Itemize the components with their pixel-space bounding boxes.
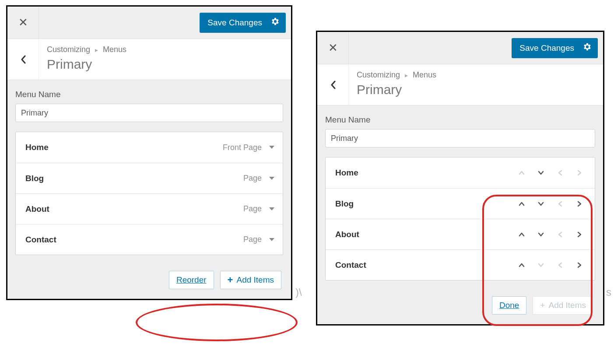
reorder-controls (514, 197, 587, 210)
stray-text: s (606, 286, 611, 298)
menu-item-label: Home (335, 168, 358, 178)
breadcrumb: Customizing ▸ Menus (357, 70, 436, 80)
add-items-button[interactable]: + Add Items (220, 271, 281, 289)
menu-items-list: HomeBlogAboutContact (325, 157, 595, 280)
move-up-button (514, 166, 529, 179)
menu-item-label: Blog (25, 174, 44, 183)
menu-item-label: Contact (25, 235, 56, 245)
menu-name-input[interactable] (325, 129, 595, 147)
move-down-button[interactable] (533, 166, 548, 179)
reorder-controls (514, 228, 587, 241)
menu-item: Blog (326, 188, 595, 219)
customizer-panel-left: ✕ Save Changes Customizing ▸ Menus (6, 5, 292, 300)
panel-footer: Reorder + Add Items (7, 265, 291, 299)
menu-name-input[interactable] (15, 104, 283, 122)
move-left-button (553, 166, 568, 179)
back-button[interactable] (317, 64, 349, 105)
menu-item[interactable]: BlogPage (16, 163, 283, 193)
menu-items-list: HomeFront PageBlogPageAboutPageContactPa… (15, 132, 283, 255)
move-up-button[interactable] (514, 228, 529, 241)
gear-icon[interactable] (582, 42, 592, 54)
move-left-button (553, 197, 568, 210)
top-bar: ✕ Save Changes (7, 7, 291, 39)
plus-icon: + (228, 274, 233, 286)
move-right-button[interactable] (572, 228, 587, 241)
menu-item[interactable]: AboutPage (16, 193, 283, 224)
breadcrumb-bar: Customizing ▸ Menus Primary (7, 39, 291, 80)
move-up-button[interactable] (514, 259, 529, 272)
done-button[interactable]: Done (492, 296, 526, 315)
breadcrumb-bar: Customizing ▸ Menus Primary (317, 64, 603, 105)
back-button[interactable] (7, 39, 39, 80)
save-changes-button[interactable]: Save Changes (200, 13, 286, 33)
stray-text: )\ (295, 286, 302, 298)
reorder-controls (514, 166, 587, 179)
chevron-down-icon[interactable] (269, 175, 275, 182)
move-left-button (553, 259, 568, 272)
menu-item-type: Page (243, 235, 262, 244)
menu-item: Home (326, 158, 595, 188)
move-right-button[interactable] (572, 259, 587, 272)
menu-item-type: Front Page (223, 143, 262, 152)
move-down-button (533, 259, 548, 272)
menu-item-type: Page (243, 204, 262, 214)
chevron-down-icon[interactable] (269, 205, 275, 213)
page-title: Primary (357, 82, 436, 97)
chevron-right-icon: ▸ (95, 46, 98, 53)
reorder-controls (514, 259, 587, 272)
chevron-down-icon[interactable] (269, 236, 275, 244)
menu-item-label: Blog (335, 199, 354, 209)
move-down-button[interactable] (533, 228, 548, 241)
close-button[interactable]: ✕ (7, 7, 39, 38)
close-button[interactable]: ✕ (317, 32, 349, 64)
save-changes-label: Save Changes (519, 43, 574, 53)
annotation-ellipse (136, 304, 298, 341)
gear-icon[interactable] (270, 17, 280, 28)
menu-name-label: Menu Name (325, 115, 595, 125)
menu-name-section: Menu Name HomeBlogAboutContact (317, 105, 603, 290)
save-changes-button[interactable]: Save Changes (512, 38, 598, 58)
top-bar: ✕ Save Changes (317, 32, 603, 64)
menu-item-label: Home (25, 143, 49, 152)
move-right-button[interactable] (572, 197, 587, 210)
move-left-button (553, 228, 568, 241)
customizer-panel-right: ✕ Save Changes Customizing ▸ Menus (316, 31, 604, 326)
page-title: Primary (47, 57, 126, 72)
panel-footer: Done + Add Items (317, 290, 603, 324)
menu-item-label: About (25, 204, 49, 214)
menu-item-label: Contact (335, 260, 366, 270)
chevron-right-icon: ▸ (405, 72, 408, 79)
move-up-button[interactable] (514, 197, 529, 210)
menu-item: About (326, 219, 595, 249)
menu-item: Contact (326, 249, 595, 280)
menu-item-label: About (335, 230, 359, 239)
menu-item[interactable]: HomeFront Page (16, 132, 283, 163)
menu-name-label: Menu Name (15, 90, 283, 99)
menu-item[interactable]: ContactPage (16, 224, 283, 255)
breadcrumb: Customizing ▸ Menus (47, 45, 126, 54)
reorder-button[interactable]: Reorder (169, 271, 214, 289)
chevron-down-icon[interactable] (269, 144, 275, 151)
add-items-button-disabled: + Add Items (533, 296, 593, 315)
menu-name-section: Menu Name HomeFront PageBlogPageAboutPag… (7, 80, 291, 265)
move-right-button (572, 166, 587, 179)
menu-item-type: Page (243, 174, 262, 183)
save-changes-label: Save Changes (207, 18, 262, 28)
move-down-button[interactable] (533, 197, 548, 210)
plus-icon: + (540, 301, 545, 310)
